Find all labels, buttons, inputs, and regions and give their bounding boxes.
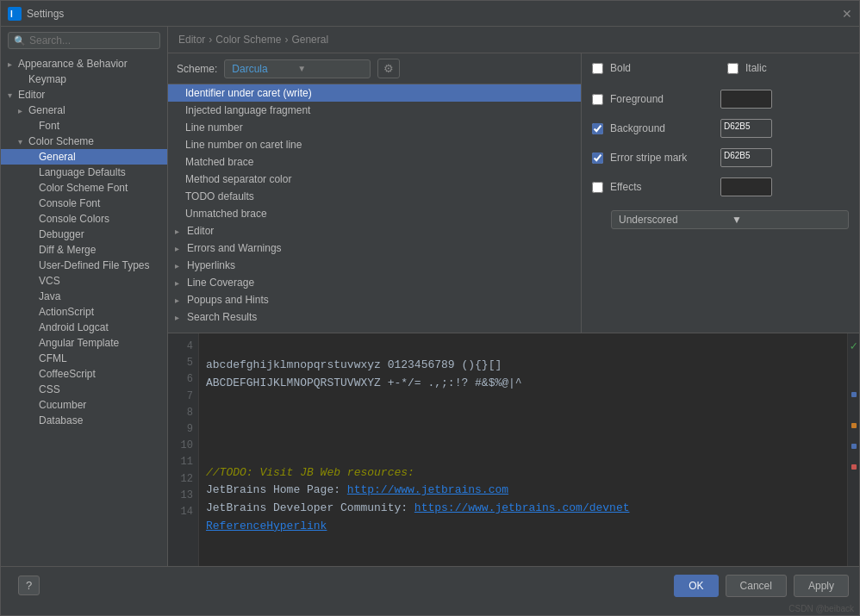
code-line-4 [206, 339, 840, 357]
sidebar-item-label: Appearance & Behavior [18, 58, 128, 70]
sidebar-item-android-logcat[interactable]: Android Logcat [1, 320, 167, 335]
sidebar-item-css[interactable]: CSS [1, 382, 167, 397]
sidebar-item-coffeescript[interactable]: CoffeeScript [1, 366, 167, 382]
search-input[interactable] [29, 34, 159, 47]
title-label: Settings [27, 8, 842, 20]
help-button[interactable]: ? [18, 576, 40, 595]
line-num: 6 [171, 371, 193, 388]
sidebar-item-color-scheme-font[interactable]: Color Scheme Font [1, 180, 167, 196]
sidebar-item-vcs[interactable]: VCS [1, 273, 167, 289]
list-item-hyperlinks[interactable]: ▸ Hyperlinks [168, 257, 581, 274]
list-item-identifier-caret-write[interactable]: Identifier under caret (write) [168, 84, 581, 102]
sidebar-item-keymap[interactable]: Keymap [1, 72, 167, 87]
bold-checkbox-row: Bold [592, 62, 714, 74]
list-item-line-number-caret[interactable]: Line number on caret line [168, 136, 581, 153]
sidebar-item-cs-general[interactable]: General [1, 149, 167, 165]
search-icon: 🔍 [14, 35, 26, 47]
scheme-label: Scheme: [177, 63, 217, 75]
sidebar-item-appearance[interactable]: ▸ Appearance & Behavior [1, 56, 167, 72]
foreground-checkbox[interactable] [592, 94, 603, 105]
error-stripe-checkbox[interactable] [592, 152, 603, 164]
search-box: 🔍 [8, 32, 160, 49]
sidebar-item-angular-template[interactable]: Angular Template [1, 335, 167, 351]
close-button[interactable]: ✕ [842, 7, 852, 21]
line-num: 11 [171, 454, 193, 470]
bold-checkbox[interactable] [592, 63, 603, 74]
sidebar-item-user-file-types[interactable]: User-Defined File Types [1, 258, 167, 273]
line-num: 10 [171, 438, 193, 454]
list-item-todo-defaults[interactable]: TODO defaults [168, 188, 581, 205]
list-item-method-separator[interactable]: Method separator color [168, 171, 581, 188]
code-area: abcdefghijklmnopqrstuvwxyz 0123456789 ()… [199, 333, 847, 566]
line-num: 12 [171, 471, 193, 488]
sidebar-item-font[interactable]: Font [1, 118, 167, 134]
sidebar-item-label: Java [39, 290, 60, 302]
sidebar-item-color-scheme[interactable]: ▾ Color Scheme [1, 134, 167, 149]
sidebar-item-label: Color Scheme Font [39, 182, 128, 194]
sidebar-item-actionscript[interactable]: ActionScript [1, 304, 167, 320]
list-item-label: Method separator color [185, 173, 291, 185]
sidebar-item-label: Angular Template [39, 337, 119, 349]
breadcrumb-color-scheme: Color Scheme [215, 34, 281, 46]
foreground-color-swatch[interactable] [720, 90, 772, 109]
gutter-spacer3 [848, 432, 859, 439]
code-line-6: ABCDEFGHIJKLMNOPQRSTUVWXYZ +-*/= .,;:!? … [206, 375, 840, 393]
apply-button[interactable]: Apply [794, 575, 849, 597]
list-item-search-results[interactable]: ▸ Search Results [168, 308, 581, 326]
breadcrumb-general: General [291, 34, 328, 46]
list-item-unmatched-brace[interactable]: Unmatched brace [168, 205, 581, 222]
sidebar-item-label: Console Font [39, 197, 100, 209]
sidebar-item-label: CoffeeScript [39, 368, 96, 380]
sidebar: 🔍 ▸ Appearance & Behavior Keymap ▾ Edito… [1, 27, 168, 566]
list-item-popups-hints[interactable]: ▸ Popups and Hints [168, 291, 581, 308]
background-color-value: D62B5 [721, 121, 751, 131]
list-item-line-coverage[interactable]: ▸ Line Coverage [168, 274, 581, 291]
scheme-bar: Scheme: Darcula ▼ ⚙ [168, 53, 581, 84]
sidebar-item-console-font[interactable]: Console Font [1, 196, 167, 211]
sidebar-item-java[interactable]: Java [1, 289, 167, 304]
line-numbers: 4 5 6 7 8 9 10 11 12 13 14 [168, 333, 199, 566]
sidebar-item-cfml[interactable]: CFML [1, 351, 167, 366]
error-stripe-color-swatch[interactable]: D62B5 [720, 148, 772, 167]
underscored-dropdown[interactable]: Underscored ▼ [611, 210, 849, 229]
background-color-swatch[interactable]: D62B5 [720, 119, 772, 138]
cancel-button[interactable]: Cancel [726, 575, 787, 597]
sidebar-item-database[interactable]: Database [1, 413, 167, 428]
sidebar-item-cucumber[interactable]: Cucumber [1, 397, 167, 413]
list-item-injected-fragment[interactable]: Injected language fragment [168, 102, 581, 119]
background-checkbox[interactable] [592, 123, 603, 134]
sidebar-item-editor[interactable]: ▾ Editor [1, 87, 167, 103]
scheme-gear-button[interactable]: ⚙ [377, 59, 400, 78]
sidebar-item-console-colors[interactable]: Console Colors [1, 211, 167, 227]
code-line-13: JetBrains Developer Community: https://w… [206, 500, 840, 518]
breadcrumb-sep2: › [284, 34, 288, 46]
ok-button[interactable]: OK [674, 575, 718, 597]
text-style-row: Bold Italic [592, 62, 849, 78]
list-item-matched-brace[interactable]: Matched brace [168, 153, 581, 171]
breadcrumb-sep1: › [209, 34, 212, 46]
list-item-line-number[interactable]: Line number [168, 119, 581, 136]
gutter-mark-orange [851, 423, 857, 428]
center-panel: Scheme: Darcula ▼ ⚙ Identifier under car… [168, 53, 582, 333]
line-num: 7 [171, 389, 193, 405]
effects-checkbox[interactable] [592, 182, 603, 193]
arrow-icon: ▸ [175, 296, 184, 305]
sidebar-item-label: CSS [39, 383, 60, 395]
list-item-label: Line Coverage [187, 277, 254, 289]
sidebar-item-label: VCS [39, 275, 60, 287]
sidebar-item-general[interactable]: ▸ General [1, 103, 167, 118]
scheme-dropdown[interactable]: Darcula ▼ [224, 59, 371, 78]
sidebar-item-diff-merge[interactable]: Diff & Merge [1, 242, 167, 258]
list-item-label: Editor [187, 225, 214, 237]
sidebar-item-debugger[interactable]: Debugger [1, 227, 167, 242]
main-panel: Editor › Color Scheme › General Scheme: … [168, 27, 859, 566]
sidebar-item-label: General [39, 151, 76, 163]
list-item-errors-warnings[interactable]: ▸ Errors and Warnings [168, 240, 581, 257]
sidebar-item-language-defaults[interactable]: Language Defaults [1, 165, 167, 180]
gutter-spacer [848, 353, 859, 388]
background-label: Background [610, 122, 714, 134]
italic-checkbox[interactable] [727, 63, 738, 74]
sidebar-item-label: General [28, 104, 65, 116]
effects-color-swatch[interactable] [720, 177, 772, 196]
list-item-editor-group[interactable]: ▸ Editor [168, 222, 581, 240]
